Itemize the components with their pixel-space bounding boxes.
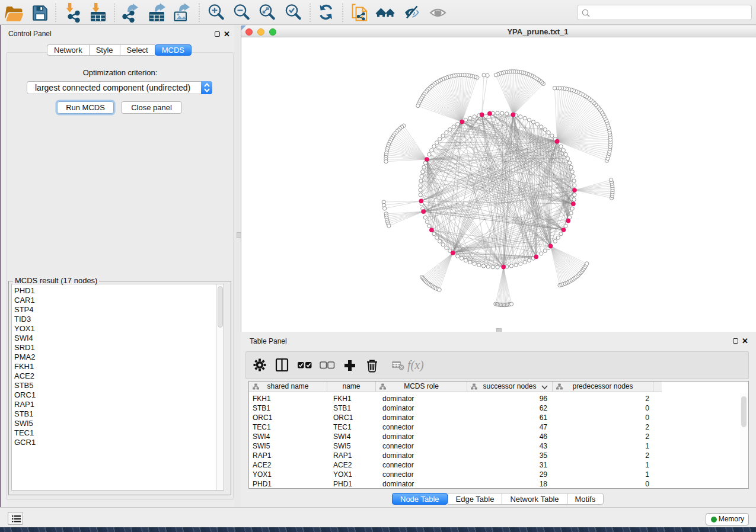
svg-text:f(x): f(x) (407, 358, 424, 372)
